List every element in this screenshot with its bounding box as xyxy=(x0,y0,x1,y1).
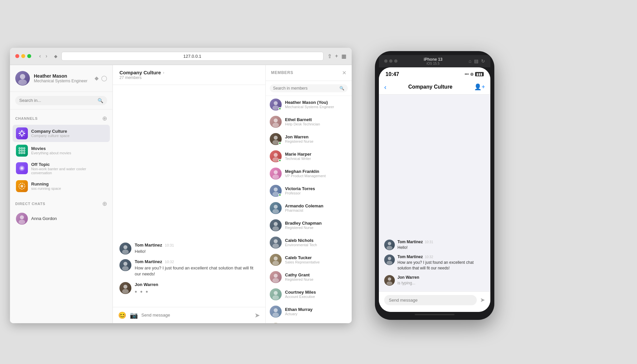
jenny-avatar xyxy=(270,323,282,323)
close-members-button[interactable]: ✕ xyxy=(342,70,346,76)
svg-point-56 xyxy=(272,295,279,300)
minimize-dot[interactable] xyxy=(21,54,25,58)
member-item-victoria[interactable]: Victoria Torres Professor xyxy=(266,182,352,199)
emoji-button[interactable]: 😊 xyxy=(118,311,126,319)
member-item-meghan[interactable]: Meghan Franklin VP Product Management xyxy=(266,165,352,182)
status-icon[interactable]: ◯ xyxy=(101,75,107,81)
direct-item-anna-gordon[interactable]: Anna Gordon xyxy=(13,210,110,227)
online-indicator xyxy=(278,193,281,196)
new-tab-icon[interactable]: + xyxy=(335,53,338,59)
member-item-heather[interactable]: Heather Mason (You) Mechanical Systems E… xyxy=(266,96,352,113)
chat-message-input[interactable] xyxy=(141,313,251,318)
message-group-1: Tom Martinez 10:31 Hello! xyxy=(119,243,259,255)
svg-point-25 xyxy=(20,215,24,219)
image-button[interactable]: 📷 xyxy=(130,311,138,319)
channel-list: Company Culture Company culture space xyxy=(10,125,112,195)
courtney-avatar-wrap xyxy=(270,288,282,300)
sidebar-item-off-topic[interactable]: Off Topic Non-work banter and water cool… xyxy=(13,159,110,178)
phone-dots xyxy=(384,59,397,63)
settings-icon[interactable]: ◆ xyxy=(95,75,99,81)
forward-button[interactable]: › xyxy=(44,52,48,60)
message-group-3: Jon Warren • • • xyxy=(119,282,259,296)
member-role: Actuary xyxy=(285,312,313,316)
member-item-jon[interactable]: Jon Warren Registered Nurse xyxy=(266,130,352,148)
members-search-wrap: 🔍 xyxy=(270,84,348,92)
svg-point-33 xyxy=(274,101,278,105)
sidebar: Heather Mason Mechanical Systems Enginee… xyxy=(10,65,113,323)
phone-screenshot-icon[interactable]: ▤ xyxy=(474,58,478,64)
msg-author: Jon Warren xyxy=(135,282,158,287)
search-input[interactable] xyxy=(19,98,95,103)
svg-point-34 xyxy=(272,106,279,110)
member-info: Caleb Nichols Environmental Tech xyxy=(285,238,317,247)
wifi-icon: ⊛ xyxy=(470,72,474,77)
svg-point-51 xyxy=(274,256,278,260)
movies-icon xyxy=(16,145,28,157)
phone-chat-header: ‹ Company Culture 👤+ xyxy=(379,80,490,95)
members-search-input[interactable] xyxy=(273,86,337,91)
member-item-armando[interactable]: Armando Coleman Pharmacist xyxy=(266,199,352,217)
member-item-marie[interactable]: Marie Harper Technical Writer xyxy=(266,148,352,165)
add-direct-chat-button[interactable]: ⊕ xyxy=(102,200,107,207)
member-info: Ethan Murray Actuary xyxy=(285,307,313,316)
member-item-caleb-nichols[interactable]: Caleb Nichols Environmental Tech xyxy=(266,234,352,251)
phone-home-indicator xyxy=(415,314,455,315)
channel-text: Movies Everything about movies xyxy=(31,146,71,155)
channel-name: Off Topic xyxy=(31,162,106,167)
svg-point-36 xyxy=(272,123,279,127)
sidebar-item-running[interactable]: Running soc-running space xyxy=(13,178,110,195)
phone-message-input[interactable] xyxy=(384,295,477,305)
phone-send-button[interactable]: ➤ xyxy=(480,296,485,304)
svg-point-35 xyxy=(274,118,278,122)
member-info: Bradley Chapman Registered Nurse xyxy=(285,221,322,230)
phone-msg-time: 10:32 xyxy=(425,255,433,259)
jenny-avatar-wrap xyxy=(270,323,282,323)
svg-point-7 xyxy=(20,131,21,132)
maximize-dot[interactable] xyxy=(27,54,31,58)
add-channel-button[interactable]: ⊕ xyxy=(102,115,107,122)
member-item-courtney[interactable]: Courtney Miles Account Executive xyxy=(266,286,352,303)
phone-back-button[interactable]: ‹ xyxy=(384,83,387,91)
svg-point-47 xyxy=(274,222,278,226)
cathy-avatar-wrap xyxy=(270,271,282,283)
svg-rect-12 xyxy=(21,148,23,149)
send-button[interactable]: ➤ xyxy=(254,311,260,319)
svg-point-48 xyxy=(272,226,279,231)
member-item-cathy[interactable]: Cathy Grant Registered Nurse xyxy=(266,268,352,286)
heather-avatar-wrap xyxy=(270,99,282,110)
close-dot[interactable] xyxy=(15,54,19,58)
member-item-ethan[interactable]: Ethan Murray Actuary xyxy=(266,303,352,320)
member-item-caleb-tucker[interactable]: Caleb Tucker Sales Representative xyxy=(266,251,352,268)
phone-msg-body-2: Tom Martinez 10:32 How are you? I just f… xyxy=(397,255,485,271)
tabs-icon[interactable]: ▦ xyxy=(341,53,346,59)
back-button[interactable]: ‹ xyxy=(38,52,42,60)
typing-indicator: • • • xyxy=(135,288,158,296)
phone-ios-version: iOS 15.5 xyxy=(424,62,443,65)
svg-point-64 xyxy=(387,261,392,265)
members-panel: MEMBERS ✕ 🔍 xyxy=(265,65,352,323)
member-info: Meghan Franklin VP Product Management xyxy=(285,169,326,178)
phone-msg-time: 10:31 xyxy=(425,240,433,244)
phone-tom-avatar-1 xyxy=(384,240,395,250)
sidebar-item-movies[interactable]: Movies Everything about movies xyxy=(13,142,110,159)
member-item-jenny[interactable]: Jenny Porter Engineer xyxy=(266,320,352,323)
phone-rotate-icon[interactable]: ↻ xyxy=(481,58,485,64)
channel-name: Movies xyxy=(31,146,71,151)
svg-point-53 xyxy=(274,274,278,278)
address-bar[interactable]: 127.0.0.1 xyxy=(61,52,323,61)
sidebar-item-company-culture[interactable]: Company Culture Company culture space xyxy=(13,125,110,142)
phone-home-icon[interactable]: ⌂ xyxy=(469,58,471,64)
svg-point-65 xyxy=(388,277,391,281)
share-icon[interactable]: ⇧ xyxy=(327,53,332,59)
member-item-ethel[interactable]: Ethel Barnett Help Desk Technician xyxy=(266,113,352,130)
member-role: Registered Nurse xyxy=(285,277,314,281)
svg-point-24 xyxy=(21,185,23,187)
svg-point-0 xyxy=(20,74,25,79)
svg-rect-15 xyxy=(21,150,23,151)
msg-text: How are you? I just found an excellent c… xyxy=(135,265,259,277)
member-item-bradley[interactable]: Bradley Chapman Registered Nurse xyxy=(266,217,352,234)
phone-dot-3 xyxy=(394,59,397,63)
member-role: Sales Representative xyxy=(285,260,320,264)
direct-list: Anna Gordon xyxy=(10,210,112,227)
phone-members-icon[interactable]: 👤+ xyxy=(474,83,485,91)
